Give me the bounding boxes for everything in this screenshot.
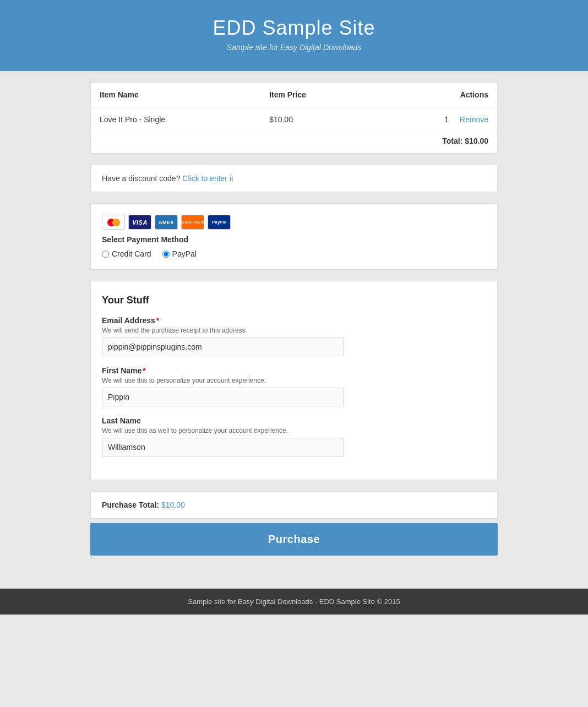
credit-card-option[interactable]: Credit Card: [102, 249, 151, 258]
cart-table-card: Item Name Item Price Actions Love It Pro…: [90, 82, 498, 154]
first-name-field-group: First Name* We will use this to personal…: [102, 366, 486, 406]
total-row: Total: $10.00: [91, 132, 497, 154]
visa-icon: VISA: [128, 215, 151, 230]
payment-section: VISA AMEX DISC·VER PayPal Select Payment…: [90, 203, 498, 270]
table-row: Love It Pro - Single $10.00 1 Remove: [91, 107, 497, 132]
col-header-actions: Actions: [372, 83, 497, 107]
your-stuff-title: Your Stuff: [102, 295, 486, 306]
discount-section: Have a discount code? Click to enter it: [90, 165, 498, 192]
footer-text: Sample site for Easy Digital Downloads -…: [188, 597, 400, 606]
cart-table: Item Name Item Price Actions Love It Pro…: [91, 83, 497, 153]
payment-method-title: Select Payment Method: [102, 235, 486, 244]
mc-orange-circle: [112, 219, 120, 226]
site-header: EDD Sample Site Sample site for Easy Dig…: [0, 0, 588, 71]
site-title: EDD Sample Site: [11, 17, 577, 40]
remove-link[interactable]: Remove: [460, 115, 488, 124]
amex-icon: AMEX: [155, 215, 178, 230]
email-hint: We will send the purchase receipt to thi…: [102, 327, 486, 334]
paypal-radio[interactable]: [162, 251, 170, 258]
purchase-total-section: Purchase Total: $10.00: [90, 491, 498, 519]
last-name-label: Last Name: [102, 416, 486, 425]
email-label: Email Address*: [102, 316, 486, 325]
main-content: Item Name Item Price Actions Love It Pro…: [90, 71, 498, 578]
first-name-hint: We will use this to personalize your acc…: [102, 377, 486, 384]
paypal-icon: PayPal: [208, 215, 231, 230]
col-header-item-price: Item Price: [260, 83, 372, 107]
discount-link[interactable]: Click to enter it: [182, 174, 233, 183]
payment-radio-group: Credit Card PayPal: [102, 249, 486, 258]
item-price-cell: $10.00: [260, 107, 372, 132]
email-input[interactable]: [102, 338, 344, 356]
discount-text: Have a discount code?: [102, 174, 180, 183]
item-name-cell: Love It Pro - Single: [91, 107, 260, 132]
cart-total: Total: $10.00: [91, 132, 497, 154]
last-name-field-group: Last Name We will use this as well to pe…: [102, 416, 486, 456]
purchase-button[interactable]: Purchase: [90, 523, 498, 556]
site-footer: Sample site for Easy Digital Downloads -…: [0, 589, 588, 614]
email-field-group: Email Address* We will send the purchase…: [102, 316, 486, 356]
item-quantity: 1: [444, 115, 449, 124]
paypal-option[interactable]: PayPal: [162, 249, 197, 258]
purchase-total-text: Purchase Total: $10.00: [102, 501, 185, 509]
first-name-label: First Name*: [102, 366, 486, 375]
first-name-input[interactable]: [102, 388, 344, 406]
email-required-marker: *: [156, 316, 159, 325]
col-header-item-name: Item Name: [91, 83, 260, 107]
credit-card-radio[interactable]: [102, 251, 109, 258]
purchase-total-amount: $10.00: [161, 501, 185, 509]
payment-icons-row: VISA AMEX DISC·VER PayPal: [102, 215, 486, 235]
discover-icon: DISC·VER: [181, 215, 204, 230]
your-stuff-section: Your Stuff Email Address* We will send t…: [90, 281, 498, 480]
mastercard-icon: [102, 215, 125, 230]
last-name-hint: We will use this as well to personalize …: [102, 427, 486, 434]
first-name-required-marker: *: [143, 366, 145, 375]
site-subtitle: Sample site for Easy Digital Downloads: [11, 43, 577, 52]
paypal-label: PayPal: [172, 249, 197, 258]
last-name-input[interactable]: [102, 438, 344, 456]
actions-cell: 1 Remove: [372, 107, 497, 132]
credit-card-label: Credit Card: [112, 249, 151, 258]
purchase-total-label: Purchase Total:: [102, 501, 159, 509]
